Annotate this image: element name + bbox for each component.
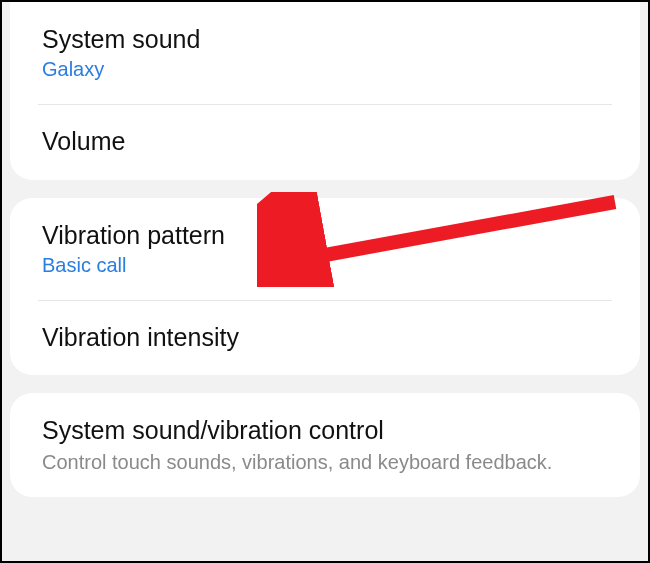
setting-title: System sound/vibration control (42, 415, 612, 446)
settings-group-system-control: System sound/vibration control Control t… (10, 393, 640, 497)
setting-title: Volume (42, 126, 612, 157)
setting-item-volume[interactable]: Volume (10, 104, 640, 179)
setting-title: Vibration pattern (42, 220, 612, 251)
setting-value: Basic call (42, 253, 612, 278)
settings-group-vibration: Vibration pattern Basic call Vibration i… (10, 198, 640, 376)
setting-value: Galaxy (42, 57, 612, 82)
setting-item-system-sound-vibration-control[interactable]: System sound/vibration control Control t… (10, 393, 640, 497)
setting-description: Control touch sounds, vibrations, and ke… (42, 450, 612, 475)
setting-item-vibration-pattern[interactable]: Vibration pattern Basic call (10, 198, 640, 300)
setting-title: Vibration intensity (42, 322, 612, 353)
setting-title: System sound (42, 24, 612, 55)
setting-item-vibration-intensity[interactable]: Vibration intensity (10, 300, 640, 375)
setting-item-system-sound[interactable]: System sound Galaxy (10, 2, 640, 104)
settings-group-sound: System sound Galaxy Volume (10, 2, 640, 180)
